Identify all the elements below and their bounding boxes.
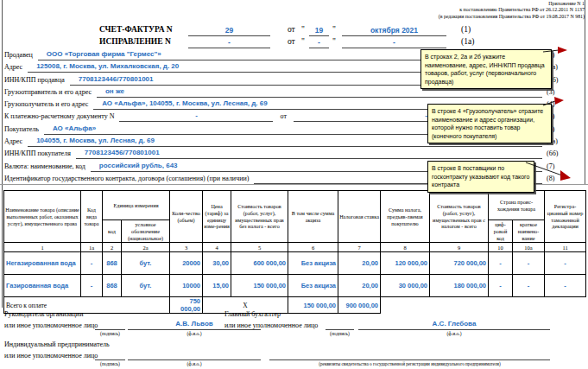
- from-label: от: [288, 25, 295, 34]
- buyer-inn-row: ИНН/КПП покупателя 7708123456/770801001 …: [4, 148, 542, 159]
- item-price-cell[interactable]: 15,00: [203, 275, 231, 297]
- col-header-declaration: Регистра-ционный номер таможенной деклар…: [545, 191, 586, 243]
- item-cost-wo-tax-cell[interactable]: 600 000,00: [231, 252, 288, 275]
- entrepreneur-signature-field[interactable]: [95, 349, 125, 360]
- invoice-number-field[interactable]: 29: [188, 25, 270, 36]
- col-num-1: 1: [4, 243, 81, 252]
- note-seller-lines: В строках 2, 2а и 2б укажите наименовани…: [420, 49, 552, 89]
- consignee-label: Грузополучатель и его адрес: [4, 99, 93, 110]
- col-header-cost-w-tax: Стоимость товаров (работ, услуг), имущес…: [430, 191, 489, 243]
- col-num-2: 2: [103, 243, 122, 252]
- item-cost-w-tax-cell[interactable]: 720 000,00: [430, 252, 489, 275]
- item-code-type-cell[interactable]: -: [81, 252, 103, 275]
- col-header-country-group: Страна проис-хождения товара: [489, 191, 545, 220]
- fio-caption: (ф.и.о.): [128, 331, 261, 337]
- decree-line: к постановлению Правительства РФ от 26.1…: [439, 7, 585, 13]
- from-label: от: [288, 37, 295, 46]
- line-number-8: (8): [547, 174, 585, 184]
- correction-date-field[interactable]: -: [342, 37, 446, 48]
- item-unit-name-cell[interactable]: бут.: [122, 252, 170, 275]
- item-rate-cell[interactable]: 20,00: [338, 275, 381, 297]
- accountant-title-line2: или иное уполномоченное лицо: [224, 321, 318, 329]
- table-row: Газированная вода - 868 бут. 10000 15,00…: [4, 275, 586, 297]
- entrepreneur-title-line2: или иное уполномоченное лицо: [4, 352, 98, 359]
- col-header-cost-wo-tax: Стоимость товаров (работ, услуг), имущес…: [231, 191, 288, 243]
- item-excise-cell[interactable]: Без акциза: [288, 275, 338, 297]
- item-tax-cell[interactable]: 120 000,00: [381, 252, 430, 275]
- table-row: Негазированная вода - 868 бут. 20000 30,…: [4, 252, 586, 275]
- line-number-2: (2): [547, 50, 585, 60]
- col-num-1a: 1а: [81, 243, 103, 252]
- col-num-5: 5: [231, 243, 288, 252]
- item-unit-code-cell[interactable]: 868: [103, 275, 122, 297]
- open-quote: ": [301, 37, 305, 46]
- entrepreneur-name-field[interactable]: [128, 349, 261, 360]
- line-number-2a: (2а): [547, 62, 585, 73]
- correction-day-field[interactable]: -: [309, 37, 329, 48]
- item-declaration-cell[interactable]: -: [545, 275, 586, 297]
- accountant-name-field[interactable]: А.С. Глебова: [358, 319, 550, 330]
- col-num-10: 10: [489, 243, 513, 252]
- invoice-page: Приложение N 1 к постановлению Правитель…: [0, 0, 588, 369]
- col-num-8: 8: [381, 243, 430, 252]
- total-tax[interactable]: 150 000,00: [288, 297, 338, 314]
- item-qty-cell[interactable]: 10000: [170, 275, 203, 297]
- col-header-excise: В том числе сумма акциза: [288, 191, 338, 243]
- invoice-title-row: СЧЕТ-ФАКТУРА N 29 от " 19 " октября 2021…: [0, 25, 588, 36]
- entrepreneur-title-line1: Индивидуальный предприниматель: [4, 340, 110, 348]
- item-unit-code-cell[interactable]: 868: [103, 252, 122, 275]
- item-declaration-cell[interactable]: -: [545, 252, 586, 275]
- regulation-reference: Приложение N 1 к постановлению Правитель…: [439, 1, 585, 20]
- total-cost-wo-tax[interactable]: 750 000,00: [170, 297, 203, 314]
- item-excise-cell[interactable]: Без акциза: [288, 252, 338, 275]
- payment-doc-number-value[interactable]: -: [119, 111, 273, 122]
- item-name-cell[interactable]: Негазированная вода: [4, 252, 81, 275]
- item-country-code-cell[interactable]: -: [489, 252, 513, 275]
- line-number-6b: (6б): [547, 149, 585, 159]
- invoice-day-field[interactable]: 19: [309, 25, 329, 36]
- payment-doc-from-label: от: [273, 111, 293, 122]
- col-header-price: Цена (тариф) за единицу изме-рения: [203, 191, 231, 243]
- item-country-code-cell[interactable]: -: [489, 275, 513, 297]
- col-header-code-type: Код вида товара: [81, 191, 103, 243]
- item-code-type-cell[interactable]: -: [81, 275, 103, 297]
- item-rate-cell[interactable]: 20,00: [338, 252, 381, 275]
- col-num-6: 6: [288, 243, 338, 252]
- entrepreneur-certificate-field[interactable]: [269, 349, 550, 360]
- buyer-label: Покупатель: [4, 124, 44, 135]
- item-unit-name-cell[interactable]: бут.: [122, 275, 170, 297]
- correction-number-field[interactable]: -: [188, 37, 270, 48]
- total-row: Всего к оплате 750 000,00 X 150 000,00 9…: [4, 297, 586, 314]
- col-num-10a: 10а: [513, 243, 545, 252]
- total-cost-w-tax[interactable]: 900 000,00: [338, 297, 381, 314]
- col-num-7: 7: [338, 243, 381, 252]
- col-header-rate: Налоговая ставка: [338, 191, 381, 243]
- signature-caption: (подпись): [326, 331, 354, 337]
- item-name-cell[interactable]: Газированная вода: [4, 275, 81, 297]
- buyer-inn-value[interactable]: 7708123456/770801001: [76, 148, 542, 159]
- director-signature-field[interactable]: [95, 319, 125, 330]
- column-numbers-row: 1 1а 2 2а 3 4 5 6 7 8 9 10 10а 11: [4, 243, 586, 252]
- item-price-cell[interactable]: 30,00: [203, 252, 231, 275]
- col-header-unit-name: условное обозначение (национальное): [122, 220, 170, 243]
- item-tax-cell[interactable]: 30 000,00: [381, 275, 430, 297]
- line-number-2b: (2б): [547, 75, 585, 86]
- line-number-1a: (1а): [461, 37, 474, 46]
- payment-doc-label: К платежно-расчетному документу N: [4, 111, 119, 122]
- item-country-name-cell[interactable]: -: [513, 275, 545, 297]
- item-country-name-cell[interactable]: -: [513, 252, 545, 275]
- director-title-line2: или иное уполномоченное лицо: [4, 321, 98, 329]
- currency-label: Валюта: наименование, код: [4, 162, 91, 172]
- consignor-label: Грузоотправитель и его адрес: [4, 87, 97, 98]
- line-number-5: (5): [547, 111, 585, 122]
- accountant-signature-field[interactable]: [326, 319, 354, 330]
- line-number-3: (3): [547, 87, 585, 98]
- item-cost-w-tax-cell[interactable]: 180 000,00: [430, 275, 489, 297]
- seller-address-label: Адрес: [4, 62, 28, 73]
- appendix-line: Приложение N 1: [439, 1, 585, 7]
- item-qty-cell[interactable]: 20000: [170, 252, 203, 275]
- line-number-1: (1): [461, 25, 471, 34]
- invoice-date-field[interactable]: октября 2021: [342, 25, 446, 36]
- open-quote: ": [301, 25, 305, 34]
- item-cost-wo-tax-cell[interactable]: 150 000,00: [231, 275, 288, 297]
